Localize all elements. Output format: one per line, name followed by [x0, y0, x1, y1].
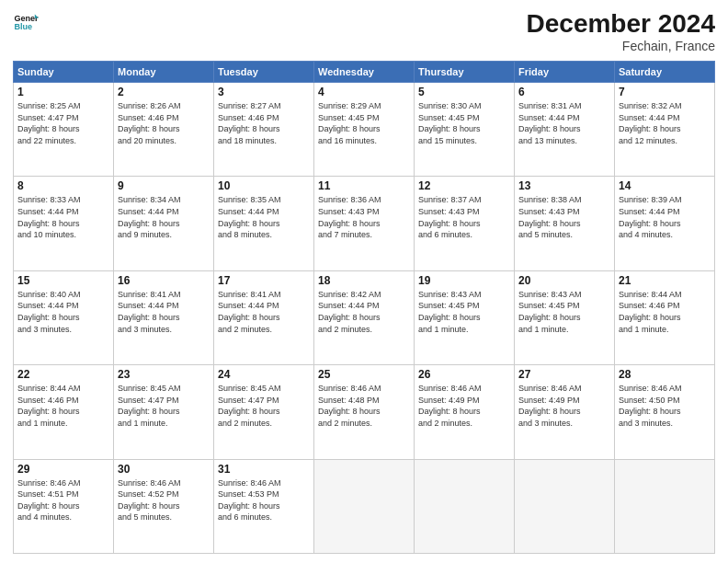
day-number: 24	[218, 368, 310, 381]
table-row: 4Sunrise: 8:29 AMSunset: 4:45 PMDaylight…	[314, 83, 415, 177]
table-row: 30Sunrise: 8:46 AMSunset: 4:52 PMDayligh…	[114, 459, 214, 553]
week-row-4: 22Sunrise: 8:44 AMSunset: 4:46 PMDayligh…	[14, 365, 715, 459]
day-number: 26	[418, 368, 510, 381]
day-number: 4	[318, 86, 410, 98]
day-info: Sunrise: 8:42 AMSunset: 4:44 PMDaylight:…	[318, 289, 410, 335]
day-number: 16	[118, 274, 210, 287]
day-info: Sunrise: 8:38 AMSunset: 4:43 PMDaylight:…	[518, 194, 610, 240]
day-info: Sunrise: 8:44 AMSunset: 4:46 PMDaylight:…	[17, 383, 109, 429]
day-info: Sunrise: 8:31 AMSunset: 4:44 PMDaylight:…	[518, 100, 610, 146]
day-number: 28	[619, 368, 711, 381]
day-info: Sunrise: 8:27 AMSunset: 4:46 PMDaylight:…	[218, 100, 310, 146]
table-row: 6Sunrise: 8:31 AMSunset: 4:44 PMDaylight…	[515, 83, 615, 177]
table-row: 14Sunrise: 8:39 AMSunset: 4:44 PMDayligh…	[615, 177, 715, 270]
day-info: Sunrise: 8:45 AMSunset: 4:47 PMDaylight:…	[118, 383, 210, 429]
day-number: 27	[518, 368, 610, 381]
day-info: Sunrise: 8:46 AMSunset: 4:48 PMDaylight:…	[318, 383, 410, 429]
day-info: Sunrise: 8:39 AMSunset: 4:44 PMDaylight:…	[619, 194, 711, 240]
table-row: 20Sunrise: 8:43 AMSunset: 4:45 PMDayligh…	[515, 270, 615, 364]
location: Fechain, France	[527, 39, 715, 53]
table-row: 31Sunrise: 8:46 AMSunset: 4:53 PMDayligh…	[214, 459, 314, 553]
table-row: 27Sunrise: 8:46 AMSunset: 4:49 PMDayligh…	[515, 365, 615, 459]
day-number: 21	[619, 274, 711, 287]
table-row: 17Sunrise: 8:41 AMSunset: 4:44 PMDayligh…	[214, 270, 314, 364]
day-number: 19	[418, 274, 510, 287]
day-number: 22	[17, 368, 109, 381]
day-info: Sunrise: 8:43 AMSunset: 4:45 PMDaylight:…	[518, 289, 610, 335]
day-number: 20	[518, 274, 610, 287]
week-row-2: 8Sunrise: 8:33 AMSunset: 4:44 PMDaylight…	[14, 177, 715, 270]
day-number: 31	[218, 463, 310, 476]
day-info: Sunrise: 8:41 AMSunset: 4:44 PMDaylight:…	[218, 289, 310, 335]
logo-icon: General Blue	[13, 9, 39, 35]
day-number: 10	[218, 179, 310, 192]
table-row: 16Sunrise: 8:41 AMSunset: 4:44 PMDayligh…	[114, 270, 214, 364]
week-row-5: 29Sunrise: 8:46 AMSunset: 4:51 PMDayligh…	[14, 459, 715, 553]
day-info: Sunrise: 8:46 AMSunset: 4:53 PMDaylight:…	[218, 477, 310, 523]
table-row: 22Sunrise: 8:44 AMSunset: 4:46 PMDayligh…	[14, 365, 114, 459]
table-row: 13Sunrise: 8:38 AMSunset: 4:43 PMDayligh…	[515, 177, 615, 270]
table-row: 15Sunrise: 8:40 AMSunset: 4:44 PMDayligh…	[14, 270, 114, 364]
table-row: 9Sunrise: 8:34 AMSunset: 4:44 PMDaylight…	[114, 177, 214, 270]
table-row: 1Sunrise: 8:25 AMSunset: 4:47 PMDaylight…	[14, 83, 114, 177]
title-block: December 2024 Fechain, France	[527, 9, 715, 53]
header-saturday: Saturday	[615, 62, 715, 83]
day-number: 30	[118, 463, 210, 476]
table-row: 23Sunrise: 8:45 AMSunset: 4:47 PMDayligh…	[114, 365, 214, 459]
day-number: 5	[418, 86, 510, 98]
page: General Blue December 2024 Fechain, Fran…	[0, 0, 728, 563]
day-info: Sunrise: 8:44 AMSunset: 4:46 PMDaylight:…	[619, 289, 711, 335]
day-info: Sunrise: 8:46 AMSunset: 4:50 PMDaylight:…	[619, 383, 711, 429]
day-number: 2	[118, 86, 210, 98]
week-row-3: 15Sunrise: 8:40 AMSunset: 4:44 PMDayligh…	[14, 270, 715, 364]
day-number: 8	[17, 179, 109, 192]
day-number: 25	[318, 368, 410, 381]
day-info: Sunrise: 8:43 AMSunset: 4:45 PMDaylight:…	[418, 289, 510, 335]
header-monday: Monday	[114, 62, 214, 83]
day-info: Sunrise: 8:41 AMSunset: 4:44 PMDaylight:…	[118, 289, 210, 335]
table-row: 18Sunrise: 8:42 AMSunset: 4:44 PMDayligh…	[314, 270, 415, 364]
table-row: 11Sunrise: 8:36 AMSunset: 4:43 PMDayligh…	[314, 177, 415, 270]
day-info: Sunrise: 8:40 AMSunset: 4:44 PMDaylight:…	[17, 289, 109, 335]
day-number: 14	[619, 179, 711, 192]
day-info: Sunrise: 8:25 AMSunset: 4:47 PMDaylight:…	[17, 100, 109, 146]
day-number: 1	[17, 86, 109, 98]
day-number: 12	[418, 179, 510, 192]
table-row	[314, 459, 415, 553]
day-number: 11	[318, 179, 410, 192]
day-number: 17	[218, 274, 310, 287]
day-number: 15	[17, 274, 109, 287]
day-info: Sunrise: 8:32 AMSunset: 4:44 PMDaylight:…	[619, 100, 711, 146]
header-wednesday: Wednesday	[314, 62, 415, 83]
day-number: 18	[318, 274, 410, 287]
day-info: Sunrise: 8:35 AMSunset: 4:44 PMDaylight:…	[218, 194, 310, 240]
table-row: 29Sunrise: 8:46 AMSunset: 4:51 PMDayligh…	[14, 459, 114, 553]
day-info: Sunrise: 8:37 AMSunset: 4:43 PMDaylight:…	[418, 194, 510, 240]
day-info: Sunrise: 8:33 AMSunset: 4:44 PMDaylight:…	[17, 194, 109, 240]
month-title: December 2024	[527, 9, 715, 39]
day-number: 3	[218, 86, 310, 98]
table-row: 12Sunrise: 8:37 AMSunset: 4:43 PMDayligh…	[415, 177, 515, 270]
day-info: Sunrise: 8:34 AMSunset: 4:44 PMDaylight:…	[118, 194, 210, 240]
day-number: 6	[518, 86, 610, 98]
day-info: Sunrise: 8:46 AMSunset: 4:49 PMDaylight:…	[518, 383, 610, 429]
day-info: Sunrise: 8:36 AMSunset: 4:43 PMDaylight:…	[318, 194, 410, 240]
day-info: Sunrise: 8:46 AMSunset: 4:49 PMDaylight:…	[418, 383, 510, 429]
day-number: 23	[118, 368, 210, 381]
table-row: 3Sunrise: 8:27 AMSunset: 4:46 PMDaylight…	[214, 83, 314, 177]
day-info: Sunrise: 8:29 AMSunset: 4:45 PMDaylight:…	[318, 100, 410, 146]
logo: General Blue	[13, 9, 39, 35]
header-friday: Friday	[515, 62, 615, 83]
day-info: Sunrise: 8:46 AMSunset: 4:52 PMDaylight:…	[118, 477, 210, 523]
table-row: 7Sunrise: 8:32 AMSunset: 4:44 PMDaylight…	[615, 83, 715, 177]
table-row: 24Sunrise: 8:45 AMSunset: 4:47 PMDayligh…	[214, 365, 314, 459]
table-row: 28Sunrise: 8:46 AMSunset: 4:50 PMDayligh…	[615, 365, 715, 459]
table-row	[515, 459, 615, 553]
day-info: Sunrise: 8:30 AMSunset: 4:45 PMDaylight:…	[418, 100, 510, 146]
calendar-table: Sunday Monday Tuesday Wednesday Thursday…	[13, 61, 715, 554]
day-info: Sunrise: 8:46 AMSunset: 4:51 PMDaylight:…	[17, 477, 109, 523]
day-number: 9	[118, 179, 210, 192]
table-row: 25Sunrise: 8:46 AMSunset: 4:48 PMDayligh…	[314, 365, 415, 459]
table-row: 26Sunrise: 8:46 AMSunset: 4:49 PMDayligh…	[415, 365, 515, 459]
table-row: 21Sunrise: 8:44 AMSunset: 4:46 PMDayligh…	[615, 270, 715, 364]
